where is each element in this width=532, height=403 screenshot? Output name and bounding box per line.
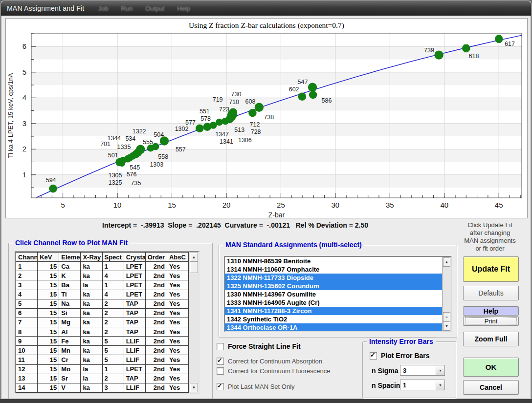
cancel-button[interactable]: Cancel xyxy=(463,380,519,395)
point-label: 1344 xyxy=(107,135,121,142)
n-sigma-combo[interactable]: 3 ▼ xyxy=(400,365,445,376)
force-straight-line-row: Force Straight Line Fit xyxy=(217,342,301,350)
channel-cell: Mg xyxy=(59,318,81,327)
scroll-down-icon[interactable]: ▼ xyxy=(443,321,450,331)
channel-row[interactable]: 715Mgka2TAP2ndYes xyxy=(16,318,189,327)
man-standards-listbox[interactable]: 1310 NMNH-86539 Benitoite1314 NMNH-11060… xyxy=(224,256,452,332)
point-label: 576 xyxy=(127,171,137,178)
y-tick-label: 1 xyxy=(22,170,26,179)
channel-row[interactable]: 815Alka2TAP2ndYes xyxy=(16,327,189,337)
channel-cell: 5 xyxy=(102,355,124,364)
print-button[interactable]: Print xyxy=(463,316,519,326)
channel-row[interactable]: 315Bala1LPET2ndYes xyxy=(16,280,189,290)
man-standard-item[interactable]: 1344 Orthoclase OR-1A xyxy=(225,323,443,332)
channel-cell: 14 xyxy=(16,383,38,392)
column-header: Order xyxy=(145,253,167,262)
man-standard-item[interactable]: 1330 NMNH-143967 Osumilite xyxy=(225,290,443,298)
channel-cell: Fe xyxy=(59,337,81,346)
channel-cell: 2 xyxy=(102,308,124,318)
plot-error-bars-checkbox[interactable] xyxy=(370,352,377,360)
update-fit-note-line: after changing xyxy=(459,229,521,237)
channel-table[interactable]: ChannKeVElemeX-RaySpectCrystaOrderAbsC11… xyxy=(16,252,189,393)
help-button[interactable]: Help xyxy=(463,306,519,316)
scrollbar-thumb[interactable] xyxy=(190,261,198,273)
man-standard-item[interactable]: 1333 NMNH-164905 Augite (Cr) xyxy=(225,298,443,307)
man-standard-item[interactable]: 1310 NMNH-86539 Benitoite xyxy=(225,257,443,265)
channel-cell: 13 xyxy=(16,374,38,383)
man-standard-item[interactable]: 1342 Synthetic TiO2 xyxy=(225,315,443,323)
taskbar-edge xyxy=(0,399,532,403)
channel-cell: LPET xyxy=(124,280,145,290)
channel-cell: 15 xyxy=(38,299,59,308)
continuum-absorption-checkbox[interactable] xyxy=(217,358,224,365)
chevron-down-icon[interactable]: ▼ xyxy=(436,365,444,375)
point-label: 1306 xyxy=(238,137,252,144)
channel-row[interactable]: 515Naka2TAP2ndYes xyxy=(16,299,189,308)
titlebar[interactable]: MAN Assignment and Fit JobRunOutputHelp xyxy=(1,1,531,16)
channel-cell: 15 xyxy=(38,318,59,327)
channel-cell: LLIF xyxy=(124,346,145,355)
point-label: 712 xyxy=(249,121,260,128)
background-menu-item: Help xyxy=(177,5,190,12)
scroll-down-icon[interactable]: ▼ xyxy=(190,383,198,392)
point-label: 577 xyxy=(185,119,196,126)
n-spacing-combo[interactable]: 1 ▼ xyxy=(400,380,445,390)
x-tick-label: 40 xyxy=(440,201,448,209)
channel-table-scrollbar[interactable]: ▲ ▼ xyxy=(189,252,199,393)
scrollbar-thumb[interactable]: ≡ xyxy=(443,312,450,322)
channel-row[interactable]: 1415Vka3LLIF2ndYes xyxy=(16,383,189,392)
man-standard-item[interactable]: 1341 NMNH-117288-3 Zircon xyxy=(225,307,443,315)
data-point xyxy=(152,143,159,150)
channel-cell: 2 xyxy=(16,271,38,280)
man-standard-item[interactable]: 1314 NMNH-110607 Omphacite xyxy=(225,265,443,274)
channel-cell: ka xyxy=(81,308,102,318)
zoom-full-button[interactable]: Zoom Full xyxy=(463,332,519,346)
channel-row[interactable]: 115Caka1LPET2ndYes xyxy=(16,262,189,271)
channel-cell: Yes xyxy=(167,337,188,346)
point-label: 618 xyxy=(468,53,479,60)
plot-band xyxy=(31,124,522,136)
channel-row[interactable]: 615Sika2TAP2ndYes xyxy=(16,308,189,318)
man-list-scrollbar[interactable]: ▲ ≡ ▼ xyxy=(442,257,451,331)
point-label: 738 xyxy=(264,114,274,121)
channel-table-group-title: Click Channel Row to Plot MAN Fit xyxy=(13,239,130,247)
point-label: 735 xyxy=(131,180,141,187)
channel-row[interactable]: 415Tika4LPET2ndYes xyxy=(16,290,189,299)
chevron-down-icon[interactable]: ▼ xyxy=(436,380,444,390)
channel-row[interactable]: 915Feka5LLIF2ndYes xyxy=(16,337,189,346)
update-fit-button[interactable]: Update Fit xyxy=(463,256,519,282)
update-fit-note-line: MAN assignments xyxy=(459,237,521,245)
channel-cell: TAP xyxy=(124,374,145,383)
channel-cell: Yes xyxy=(167,383,188,392)
channel-cell: TAP xyxy=(124,327,145,337)
x-tick-label: 5 xyxy=(61,201,65,209)
continuum-fluorescence-checkbox[interactable] xyxy=(217,367,224,375)
channel-row[interactable]: 215Kka4LPET2ndYes xyxy=(16,271,189,280)
channel-cell: Ba xyxy=(59,280,81,290)
channel-row[interactable]: 1315Srla2TAP2ndYes xyxy=(16,374,189,383)
channel-cell: 2nd xyxy=(145,271,167,280)
channel-cell: Na xyxy=(59,299,81,308)
channel-cell: 9 xyxy=(16,337,38,346)
channel-cell: 15 xyxy=(38,346,59,355)
point-label: 710 xyxy=(229,99,239,106)
channel-cell: Yes xyxy=(167,318,188,327)
channel-row[interactable]: 1015Mnka5LLIF2ndYes xyxy=(16,346,189,355)
point-label: 723 xyxy=(219,106,229,113)
point-label: 555 xyxy=(143,139,153,146)
channel-row[interactable]: 1115Crka5LLIF2ndYes xyxy=(16,355,189,364)
channel-cell: la xyxy=(81,374,102,383)
channel-cell: Yes xyxy=(167,262,188,271)
man-standard-item[interactable]: 1325 NMNH-135602 Corundum xyxy=(225,282,443,290)
plot-last-man-set-checkbox[interactable] xyxy=(217,383,224,390)
scroll-up-icon[interactable]: ▲ xyxy=(190,253,198,262)
ok-button[interactable]: OK xyxy=(463,358,519,377)
y-axis-label: Ti ka 4 LPET, 15 keV, cps/1nA xyxy=(7,73,14,158)
man-standard-item[interactable]: 1322 NMNH-117733 Diopside xyxy=(225,274,443,282)
x-tick-label: 15 xyxy=(168,201,176,209)
channel-row[interactable]: 1215Mola1LPET2ndYes xyxy=(16,364,189,374)
force-straight-line-checkbox[interactable] xyxy=(217,343,224,350)
background-menu-item: Output xyxy=(145,5,164,12)
defaults-button[interactable]: Defaults xyxy=(463,286,519,300)
scroll-up-icon[interactable]: ▲ xyxy=(443,257,450,267)
